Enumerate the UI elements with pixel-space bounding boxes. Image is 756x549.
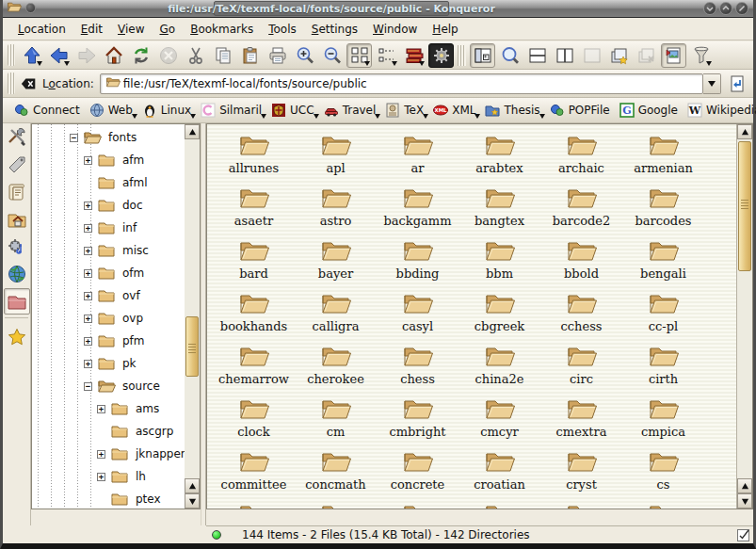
bookmark-web[interactable]: Web <box>86 101 138 120</box>
zoom-out-button[interactable] <box>319 43 345 68</box>
title-bar[interactable]: file:/usr/TeX/texmf-local/fonts/source/p… <box>3 0 753 18</box>
multicolumn-view-button[interactable] <box>374 43 399 68</box>
tree-item-jknappen[interactable]: +jknappen <box>32 443 185 465</box>
tree-expander-icon[interactable]: + <box>84 224 92 233</box>
folder-item-backgamm[interactable]: backgamm <box>377 184 458 236</box>
tree-item-doc[interactable]: +doc <box>32 194 185 217</box>
reload-button[interactable] <box>128 43 153 68</box>
print-button[interactable] <box>265 43 290 68</box>
tree-item-fonts[interactable]: −fonts <box>32 126 185 149</box>
folder-item-cmcyr[interactable]: cmcyr <box>458 395 540 447</box>
bookmark-connect[interactable]: Connect <box>10 101 86 120</box>
folder-item-cbgreek[interactable]: cbgreek <box>458 289 540 342</box>
folder-item-croatian[interactable]: croatian <box>458 447 540 500</box>
zoom-in-button[interactable] <box>292 43 317 68</box>
tree-expander-icon[interactable]: + <box>84 269 92 278</box>
folder-item-cmextra[interactable]: cmextra <box>540 395 622 447</box>
tree-expander-icon[interactable]: + <box>84 292 92 300</box>
location-toolbar-drag-handle[interactable] <box>8 73 15 94</box>
new-tab-button[interactable] <box>606 43 632 68</box>
tree-item-afm[interactable]: +afm <box>32 149 185 171</box>
menu-location[interactable]: Location <box>10 20 73 39</box>
scroll-up-button-2[interactable] <box>737 478 752 493</box>
scroll-up-button[interactable] <box>737 124 752 139</box>
location-input[interactable] <box>123 77 700 90</box>
tree-item-ptex[interactable]: ptex <box>32 488 185 509</box>
bookmark-ucc[interactable]: UCC <box>267 101 320 120</box>
folder-item-cherokee[interactable]: cherokee <box>295 342 377 395</box>
tree-item-lh[interactable]: +lh <box>32 465 185 488</box>
icon-view-scrollbar[interactable] <box>736 124 752 509</box>
folder-item-arabtex[interactable]: arabtex <box>458 131 540 184</box>
tree-item-misc[interactable]: +misc <box>32 239 185 262</box>
preview-images-button[interactable] <box>661 43 686 68</box>
link-view-checkbox[interactable] <box>737 529 749 541</box>
sidebar-tab-network[interactable] <box>4 261 30 287</box>
close-button[interactable] <box>735 2 748 15</box>
folder-item-archaic[interactable]: archaic <box>540 131 622 184</box>
folder-item-barcodes[interactable]: barcodes <box>622 184 704 236</box>
minimize-button[interactable] <box>703 2 716 15</box>
menu-edit[interactable]: Edit <box>73 20 110 39</box>
menu-settings[interactable]: Settings <box>304 20 365 39</box>
folder-item-circ[interactable]: circ <box>540 342 622 395</box>
bookmark-travel[interactable]: Travel <box>320 101 382 120</box>
menu-tools[interactable]: Tools <box>261 20 304 39</box>
folder-item-apl[interactable]: apl <box>295 131 377 184</box>
sidebar-tab-bookmarks-tab[interactable] <box>4 152 30 178</box>
folder-item-bbding[interactable]: bbding <box>377 236 458 289</box>
clear-location-button[interactable] <box>18 73 40 95</box>
tree-item-ovp[interactable]: +ovp <box>32 307 185 330</box>
folder-item-bengali[interactable]: bengali <box>622 236 704 289</box>
tree-expander-icon[interactable]: + <box>84 247 92 255</box>
view-mode-books-button[interactable] <box>401 43 426 68</box>
filter-button[interactable] <box>688 43 714 68</box>
tree-item-ascgrp[interactable]: ascgrp <box>32 420 185 443</box>
back-button[interactable] <box>46 43 72 68</box>
folder-item-casyl[interactable]: casyl <box>377 289 458 342</box>
menu-view[interactable]: View <box>110 20 152 39</box>
scroll-down-button[interactable] <box>185 493 200 509</box>
folder-item-calligra[interactable]: calligra <box>295 289 377 342</box>
folder-item[interactable] <box>540 500 622 509</box>
folder-item[interactable] <box>377 500 458 509</box>
bookmark-silmaril[interactable]: Silmaril <box>197 101 267 120</box>
folder-item-bangtex[interactable]: bangtex <box>458 184 540 236</box>
sidebar-tab-history[interactable] <box>4 179 30 205</box>
cut-button[interactable] <box>183 43 208 68</box>
folder-item-ar[interactable]: ar <box>377 131 458 184</box>
folder-item-chess[interactable]: chess <box>377 342 458 395</box>
tree-expander-icon[interactable]: + <box>84 337 92 346</box>
folder-item-armenian[interactable]: armenian <box>622 131 704 184</box>
up-button[interactable] <box>19 43 44 68</box>
bookmark-wikipedia[interactable]: WWikipedia <box>684 101 756 120</box>
tree-item-ams[interactable]: +ams <box>32 397 185 420</box>
paste-button[interactable] <box>237 43 263 68</box>
menu-help[interactable]: Help <box>425 20 465 39</box>
folder-item-concmath[interactable]: concmath <box>295 447 377 500</box>
tree-expander-icon[interactable]: + <box>97 473 105 481</box>
scrollbar-thumb[interactable] <box>185 316 199 377</box>
sidebar-tab-home-folder[interactable] <box>4 206 30 233</box>
folder-item[interactable] <box>213 500 295 509</box>
find-button[interactable] <box>497 43 523 68</box>
location-combo[interactable] <box>100 73 703 94</box>
tree-expander-icon[interactable]: − <box>70 134 78 142</box>
tree-item-afml[interactable]: afml <box>32 171 185 194</box>
folder-item-clock[interactable]: clock <box>213 395 295 447</box>
folder-item[interactable] <box>295 500 377 509</box>
menu-go[interactable]: Go <box>153 20 184 39</box>
tree-item-source[interactable]: −source <box>32 375 185 397</box>
sidebar-tab-services[interactable] <box>4 234 30 260</box>
sidebar-tab-bookmark-star[interactable] <box>4 324 30 350</box>
tree-item-ovf[interactable]: +ovf <box>32 284 185 307</box>
folder-item-bookhands[interactable]: bookhands <box>213 289 295 342</box>
folder-item-cmpica[interactable]: cmpica <box>622 395 704 447</box>
bookmark-xml[interactable]: XMLXML <box>429 101 481 120</box>
tree-expander-icon[interactable]: + <box>97 405 105 413</box>
home-button[interactable] <box>101 43 126 68</box>
folder-item-committee[interactable]: committee <box>213 447 295 500</box>
folder-item-cmbright[interactable]: cmbright <box>377 395 458 447</box>
folder-item-asaetr[interactable]: asaetr <box>213 184 295 236</box>
folder-item-cs[interactable]: cs <box>622 447 704 500</box>
